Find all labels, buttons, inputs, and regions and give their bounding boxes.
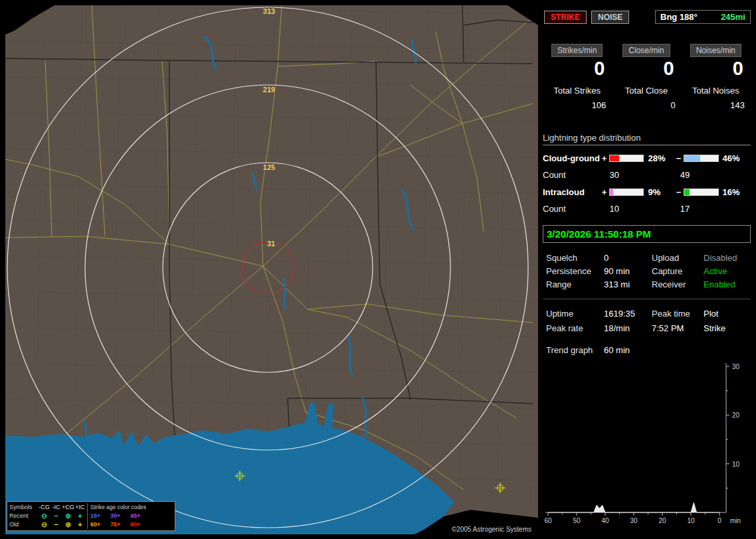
upload-status: Disabled	[704, 253, 751, 263]
persistence-row: Persistence 90 min Capture Active	[543, 264, 751, 277]
cloud-ground-row: Cloud-ground + 28% − 46%	[543, 153, 751, 163]
capture-label: Capture	[652, 266, 704, 276]
noise-toggle-button[interactable]: NOISE	[591, 11, 629, 24]
trend-graph-label: Trend graph	[546, 345, 604, 355]
rate-stats: Strikes/min 0 Total Strikes 106 Close/mi…	[543, 44, 751, 110]
persistence-value: 90 min	[604, 266, 652, 276]
ring-label-outer: 313	[263, 7, 275, 15]
total-strikes-value: 106	[543, 100, 611, 110]
strikes-per-min-value: 0	[543, 58, 611, 80]
total-strikes-label: Total Strikes	[543, 86, 611, 96]
ic-negative-count: 17	[680, 204, 751, 213]
old-age-codes: 60+ 75+ 90+	[87, 520, 150, 529]
capture-status: Active	[704, 266, 751, 276]
squelch-label: Squelch	[546, 253, 604, 263]
count-label: Count	[543, 170, 609, 179]
col-neg-cg: -CG	[37, 503, 51, 512]
receiver-status: Enabled	[704, 279, 751, 289]
cloud-ground-label: Cloud-ground	[543, 153, 602, 163]
svg-text:0: 0	[717, 517, 721, 524]
lightning-map[interactable]: 313 219 125 31	[5, 5, 538, 534]
cg-negative-bar	[684, 155, 718, 162]
legend-old-row: Old ⊖ − ⊕ + 60+ 75+ 90+	[9, 520, 173, 529]
legend-age-header: Strike age color codes	[87, 503, 154, 512]
col-pos-cg: +CG	[61, 503, 75, 512]
svg-text:40: 40	[601, 517, 609, 524]
plot-label: Plot	[704, 309, 751, 319]
ic-negative-pct: 16%	[719, 187, 751, 197]
total-noises-label: Total Noises	[682, 86, 750, 96]
uptime-label: Uptime	[546, 309, 604, 319]
peak-rate-label: Peak rate	[546, 323, 604, 333]
total-close-value: 0	[612, 100, 680, 110]
plot-type-value: Strike	[704, 323, 751, 333]
svg-text:50: 50	[573, 517, 581, 524]
trend-graph-window: 60 min	[604, 345, 652, 355]
neg-ic-icon: −	[51, 512, 61, 520]
age-30: 30+	[110, 512, 130, 520]
plus-sign: +	[602, 187, 610, 197]
recent-age-codes: 15+ 30+ 45+	[87, 512, 150, 520]
age-60: 60+	[90, 520, 110, 529]
neg-cg-icon: ⊖	[37, 512, 51, 520]
age-75: 75+	[110, 520, 130, 529]
ring-label-mid: 219	[263, 86, 275, 94]
age-90: 90+	[130, 520, 150, 529]
cg-negative-pct: 46%	[719, 153, 751, 163]
cg-negative-count: 49	[680, 170, 751, 179]
map-panel: 313 219 125 31 Symbols -CG -IC +CG +IC S…	[5, 5, 538, 534]
noises-per-min-value: 0	[682, 58, 750, 80]
cg-positive-bar	[609, 155, 644, 162]
plus-sign: +	[602, 153, 610, 163]
svg-text:10: 10	[687, 517, 695, 524]
copyright-notice: ©2005 Astrogenic Systems	[446, 524, 537, 534]
range-label: Range	[546, 279, 604, 289]
uptime-value: 1619:35	[604, 309, 652, 319]
col-pos-ic: +IC	[75, 503, 85, 512]
cg-positive-count: 30	[609, 170, 680, 179]
peak-time-label: Peak time	[652, 309, 704, 319]
svg-text:min: min	[730, 517, 741, 524]
minus-sign: −	[676, 153, 684, 163]
ic-positive-bar	[609, 189, 644, 196]
pos-ic-icon: +	[75, 520, 85, 529]
session-grid: Uptime 1619:35 Peak time Plot Peak rate …	[543, 306, 751, 335]
strikes-stat-column: Strikes/min 0 Total Strikes 106	[543, 44, 611, 110]
col-neg-ic: -IC	[51, 503, 61, 512]
svg-text:60: 60	[544, 517, 552, 524]
bearing-box: Bng 188° 245mi	[655, 10, 751, 24]
close-stat-column: Close/min 0 Total Close 0	[612, 44, 680, 110]
section-divider	[543, 299, 751, 299]
status-panel: STRIKE NOISE Bng 188° 245mi Strikes/min …	[543, 5, 751, 534]
ic-positive-pct: 9%	[644, 187, 676, 197]
noises-stat-column: Noises/min 0 Total Noises 143	[682, 44, 750, 110]
ic-negative-bar	[684, 189, 718, 196]
datetime-display: 3/20/2026 11:50:18 PM	[543, 225, 751, 243]
squelch-value: 0	[604, 253, 652, 263]
strike-toggle-button[interactable]: STRIKE	[544, 11, 587, 24]
settings-grid: Squelch 0 Upload Disabled Persistence 90…	[543, 251, 751, 291]
peak-rate-value: 18/min	[604, 323, 652, 333]
total-noises-value: 143	[682, 100, 750, 110]
age-45: 45+	[130, 512, 150, 520]
display-controls: STRIKE NOISE Bng 188° 245mi	[544, 10, 751, 24]
svg-text:30: 30	[630, 517, 638, 524]
strikes-per-min-label: Strikes/min	[551, 44, 603, 57]
bearing-value: Bng 188°	[660, 12, 698, 22]
range-row: Range 313 mi Receiver Enabled	[543, 277, 751, 291]
uptime-row: Uptime 1619:35 Peak time Plot	[543, 306, 751, 321]
intracloud-label: Intracloud	[543, 187, 602, 197]
svg-text:30: 30	[732, 363, 740, 370]
close-per-min-value: 0	[612, 58, 680, 80]
receiver-label: Receiver	[652, 279, 704, 289]
count-label: Count	[543, 204, 609, 213]
trend-graph: 6050403020100min102030	[543, 360, 751, 529]
minus-sign: −	[676, 187, 684, 197]
neg-ic-icon: −	[51, 520, 61, 529]
svg-text:10: 10	[732, 461, 740, 468]
peak-time-value: 7:52 PM	[652, 323, 704, 333]
trend-graph-plot: 6050403020100min102030	[543, 360, 749, 527]
bearing-range-value: 245mi	[721, 12, 745, 22]
ring-label-inner: 125	[263, 163, 275, 171]
upload-label: Upload	[652, 253, 704, 263]
